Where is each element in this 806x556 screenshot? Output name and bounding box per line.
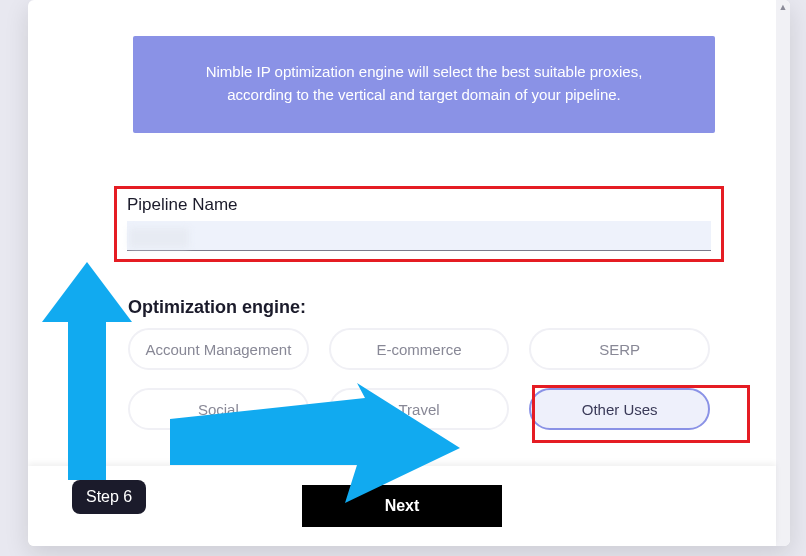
step-badge: Step 6	[72, 480, 146, 514]
banner-line1: Nimble IP optimization engine will selec…	[206, 63, 643, 80]
chip-travel[interactable]: Travel	[329, 388, 510, 430]
chip-other-uses[interactable]: Other Uses	[529, 388, 710, 430]
scroll-up-icon[interactable]: ▲	[778, 2, 788, 12]
chip-label: Social	[198, 401, 239, 418]
pipeline-name-label: Pipeline Name	[127, 195, 711, 215]
optimization-options: Account Management E-commerce SERP Socia…	[128, 328, 710, 448]
chip-ecommerce[interactable]: E-commerce	[329, 328, 510, 370]
modal-dialog: ▲ Nimble IP optimization engine will sel…	[28, 0, 790, 546]
info-banner: Nimble IP optimization engine will selec…	[133, 36, 715, 133]
chip-label: Other Uses	[582, 401, 658, 418]
scrollbar[interactable]: ▲	[776, 0, 790, 546]
step-badge-label: Step 6	[86, 488, 132, 505]
banner-line2: according to the vertical and target dom…	[227, 86, 621, 103]
redaction-blur	[129, 228, 189, 248]
chip-row: Account Management E-commerce SERP	[128, 328, 710, 370]
chip-label: Travel	[398, 401, 439, 418]
chip-account-management[interactable]: Account Management	[128, 328, 309, 370]
next-button-label: Next	[385, 497, 420, 514]
pipeline-name-highlight-frame: Pipeline Name	[114, 186, 724, 262]
chip-label: E-commerce	[377, 341, 462, 358]
chip-label: Account Management	[145, 341, 291, 358]
chip-row: Social Travel Other Uses	[128, 388, 710, 430]
next-button[interactable]: Next	[302, 485, 502, 527]
chip-serp[interactable]: SERP	[529, 328, 710, 370]
pipeline-name-input[interactable]	[127, 221, 711, 251]
chip-label: SERP	[599, 341, 640, 358]
optimization-engine-label: Optimization engine:	[128, 297, 306, 318]
chip-social[interactable]: Social	[128, 388, 309, 430]
